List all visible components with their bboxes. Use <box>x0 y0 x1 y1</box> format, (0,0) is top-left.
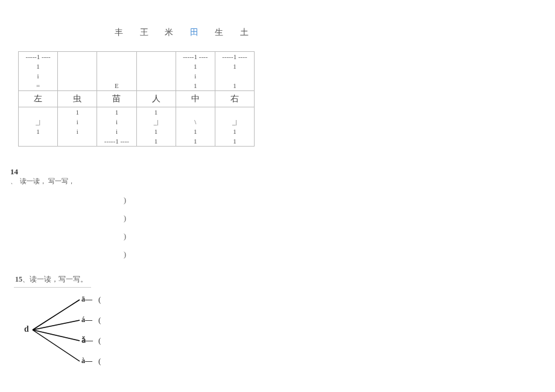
cell: 1 <box>137 136 176 146</box>
q15-diagram: d ā— ( á— ( ǎ— ( à— ( <box>24 291 121 376</box>
char-miao: 苗 <box>97 91 136 107</box>
cell: i <box>97 117 136 127</box>
cell <box>58 81 97 90</box>
cell <box>137 81 176 90</box>
cell: 1 <box>97 107 136 117</box>
cell <box>97 52 136 62</box>
cell <box>137 71 176 81</box>
cell <box>19 136 58 146</box>
branch-paren-4: ( <box>98 356 101 366</box>
branch-a2: á— <box>81 315 92 324</box>
cell: 1 <box>19 127 58 136</box>
char-wang: 王 <box>140 28 156 37</box>
branch-paren-3: ( <box>98 336 101 346</box>
paren: ) <box>124 245 126 264</box>
char-chong: 虫 <box>58 91 97 107</box>
cell: 1 <box>176 62 215 71</box>
cell: 1 <box>58 107 97 117</box>
cell: \ <box>176 117 215 127</box>
cell <box>58 71 97 81</box>
cell <box>176 107 215 117</box>
char-ren: 人 <box>137 91 176 107</box>
svg-line-3 <box>33 330 80 361</box>
char-zhong: 中 <box>176 91 215 107</box>
q14-instruction: 读一读， 写一写， <box>20 177 75 186</box>
cell: 1 <box>137 127 176 136</box>
paren: ) <box>124 209 126 227</box>
cell: _| <box>215 117 254 127</box>
cell: 1 <box>137 107 176 117</box>
cell <box>97 71 136 81</box>
paren: ) <box>124 191 126 209</box>
top-char-row: 丰 王 米 田 生 土 <box>115 27 256 38</box>
cell <box>215 107 254 117</box>
branch-paren-1: ( <box>98 295 101 305</box>
cell: E <box>97 81 136 90</box>
cell: 1 <box>215 136 254 146</box>
char-zuo: 左 <box>19 91 58 107</box>
cell: 1 <box>19 62 58 71</box>
cell <box>19 107 58 117</box>
cell: -----1 ---- <box>19 52 58 62</box>
cell: 1 <box>215 81 254 90</box>
cell: _| <box>19 117 58 127</box>
cell: 1 <box>176 136 215 146</box>
cell: -----1 ---- <box>215 52 254 62</box>
cell <box>97 62 136 71</box>
cell: i <box>58 127 97 136</box>
char-tian: 田 <box>190 28 206 37</box>
cell: 1 <box>215 127 254 136</box>
cell: i <box>176 71 215 81</box>
branch-a4: à— <box>81 356 92 365</box>
q15-number: 15 <box>15 275 22 283</box>
q14-paren-stack: ) ) ) ) <box>124 191 126 264</box>
char-mi: 米 <box>165 28 180 37</box>
branch-lines <box>24 291 121 376</box>
cell: -----1 ---- <box>97 136 136 146</box>
cell: _| <box>137 117 176 127</box>
cell <box>215 71 254 81</box>
cell <box>58 136 97 146</box>
cell: 1 <box>215 62 254 71</box>
cell: 1 <box>176 127 215 136</box>
cell <box>137 62 176 71</box>
q14-dun: 、 <box>10 177 17 186</box>
q15-header: 15、读一读，写一写。 <box>14 273 91 288</box>
branch-a1: ā— <box>81 295 92 304</box>
q15-instruction: 、读一读，写一写。 <box>22 275 87 283</box>
cell: i <box>58 117 97 127</box>
cell: = <box>19 81 58 90</box>
q14-number: 14 <box>10 167 18 177</box>
cell: 1 <box>176 81 215 90</box>
cell: i <box>19 71 58 81</box>
practice-table: -----1 ---- -----1 ---- -----1 ---- 1 1 … <box>18 51 255 147</box>
branch-paren-2: ( <box>98 315 101 325</box>
cell <box>58 62 97 71</box>
char-tu: 土 <box>240 28 256 37</box>
cell: -----1 ---- <box>176 52 215 62</box>
char-you: 右 <box>215 91 254 107</box>
char-feng: 丰 <box>115 28 130 37</box>
cell <box>58 52 97 62</box>
paren: ) <box>124 227 126 245</box>
svg-line-2 <box>33 330 80 341</box>
cell <box>137 52 176 62</box>
cell: i <box>97 127 136 136</box>
char-sheng: 生 <box>215 28 230 37</box>
branch-a3: ǎ— <box>81 336 93 345</box>
diagram-root-d: d <box>24 324 29 334</box>
